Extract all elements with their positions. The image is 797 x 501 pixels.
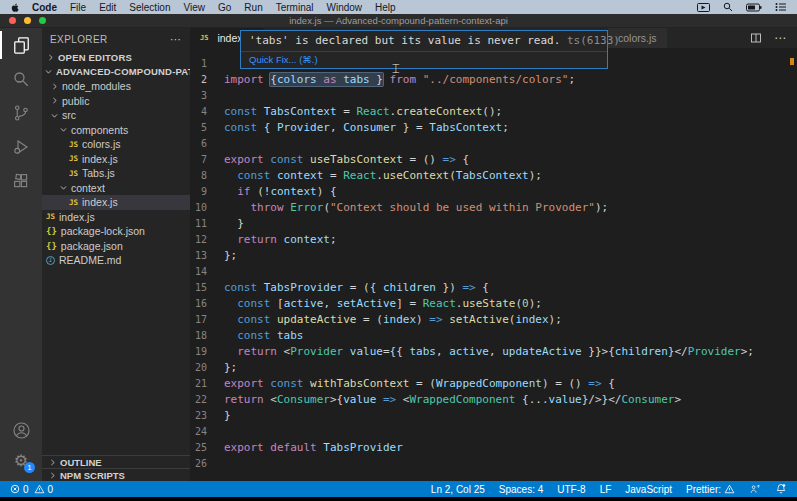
close-window-button[interactable] [9,17,16,24]
notifications-bell-icon[interactable] [775,483,787,495]
line-number: 25 [190,440,224,456]
code-line[interactable]: 25export default TabsProvider [190,440,797,456]
code-line[interactable]: 10 throw Error("Context should be used w… [190,200,797,216]
code-line[interactable]: 2import {colors as tabs } from "../compo… [190,72,797,88]
menu-item-run[interactable]: Run [244,2,262,13]
menu-item-selection[interactable]: Selection [129,2,170,13]
tree-item-package-json[interactable]: {}package.json [42,239,190,254]
code-line[interactable]: 24 [190,424,797,440]
tree-item-tabs-js[interactable]: JSTabs.js [42,166,190,181]
code-line[interactable]: 9 if (!context) { [190,184,797,200]
language-mode-status[interactable]: JavaScript [625,484,672,495]
js-file-icon: JS [46,212,55,221]
code-line[interactable]: 17 const updateActive = (index) => setAc… [190,312,797,328]
line-number: 5 [190,120,224,136]
editor-group: JS index.js colors.js ⋯ 12import {colors… [190,28,797,481]
menu-item-help[interactable]: Help [375,2,396,13]
code-line[interactable]: 8 const context = React.useContext(TabsC… [190,168,797,184]
sidebar-more-actions[interactable]: ⋯ [170,33,182,46]
tree-item-readme-md[interactable]: iREADME.md [42,253,190,268]
workspace-root[interactable]: ADVANCED-COMPOUND-PATTERN-C... [42,65,190,80]
errors-status[interactable]: 0 [10,484,29,495]
hover-tooltip: 'tabs' is declared but its value is neve… [240,30,608,69]
line-number: 9 [190,184,224,200]
eol-status[interactable]: LF [600,484,612,495]
code-line[interactable]: 22return <Consumer>{value => <WrappedCom… [190,392,797,408]
line-number: 14 [190,264,224,280]
extensions-icon[interactable] [0,164,42,198]
tree-item-node-modules[interactable]: node_modules [42,79,190,94]
warnings-status[interactable]: 0 [34,484,54,495]
code-line[interactable]: 18 const tabs [190,328,797,344]
line-number: 17 [190,312,224,328]
code-line[interactable]: 26 [190,456,797,472]
menu-item-view[interactable]: View [184,2,206,13]
code-line[interactable]: 6 [190,136,797,152]
explorer-icon[interactable] [0,28,42,62]
json-file-icon: {} [46,241,57,251]
minimize-window-button[interactable] [24,17,31,24]
menu-item-window[interactable]: Window [327,2,363,13]
line-number: 4 [190,104,224,120]
code-line[interactable]: 20}; [190,360,797,376]
open-editors-section[interactable]: OPEN EDITORS [42,50,190,65]
tree-item-index-js[interactable]: JSindex.js [42,195,190,210]
control-center-icon[interactable] [775,2,787,12]
line-number: 15 [190,280,224,296]
line-number: 1 [190,56,224,72]
code-line[interactable]: 4const TabsContext = React.createContext… [190,104,797,120]
code-line[interactable]: 5const { Provider, Consumer } = TabsCont… [190,120,797,136]
tree-item-context[interactable]: context [42,181,190,196]
menu-item-code[interactable]: Code [32,2,57,13]
split-editor-icon[interactable] [750,32,762,44]
zoom-window-button[interactable] [39,17,46,24]
code-line[interactable]: 15const TabsProvider = ({ children }) =>… [190,280,797,296]
code-line[interactable]: 12 return context; [190,232,797,248]
menu-item-terminal[interactable]: Terminal [276,2,314,13]
tree-item-src[interactable]: src [42,108,190,123]
window-titlebar[interactable]: index.js — Advanced-compound-pattern-con… [0,14,797,28]
menu-item-edit[interactable]: Edit [99,2,116,13]
search-icon[interactable] [0,62,42,96]
code-line[interactable]: 19 return <Provider value={{ tabs, activ… [190,344,797,360]
feedback-icon[interactable] [749,484,761,495]
tree-item-package-lock-json[interactable]: {}package-lock.json [42,224,190,239]
spotlight-search-icon[interactable] [723,2,733,12]
run-debug-icon[interactable] [0,130,42,164]
battery-icon[interactable] [746,3,762,12]
code-editor[interactable]: 12import {colors as tabs } from "../comp… [190,48,797,481]
js-file-icon: JS [69,140,78,149]
code-line[interactable]: 16 const [active, setActive] = React.use… [190,296,797,312]
line-number: 3 [190,88,224,104]
account-icon[interactable] [0,413,42,447]
menu-item-go[interactable]: Go [218,2,231,13]
source-control-icon[interactable] [0,96,42,130]
menu-item-file[interactable]: File [70,2,86,13]
tree-item-index-js[interactable]: JSindex.js [42,210,190,225]
quick-fix-link[interactable]: Quick Fix... (⌘.) [241,51,607,68]
indentation-status[interactable]: Spaces: 4 [499,484,543,495]
diagnostic-code: ts(6133) [567,34,620,47]
tree-item-colors-js[interactable]: JScolors.js [42,137,190,152]
outline-section[interactable]: OUTLINE [42,455,190,468]
npm-scripts-section[interactable]: NPM SCRIPTS [42,468,190,481]
code-line[interactable]: 13}; [190,248,797,264]
apple-menu-icon[interactable] [10,2,19,13]
encoding-status[interactable]: UTF-8 [557,484,585,495]
tree-item-index-js[interactable]: JSindex.js [42,152,190,167]
prettier-status[interactable]: Prettier: [686,484,735,495]
code-line[interactable]: 7export const useTabsContext = () => { [190,152,797,168]
cursor-position-status[interactable]: Ln 2, Col 25 [431,484,485,495]
code-line[interactable]: 14 [190,264,797,280]
tree-item-components[interactable]: components [42,123,190,138]
code-line[interactable]: 11 } [190,216,797,232]
settings-gear-icon[interactable]: ⚙ 1 [0,447,42,475]
screen-mirroring-icon[interactable] [697,3,710,12]
screen-edge [0,497,797,501]
tree-item-public[interactable]: public [42,94,190,109]
more-actions-icon[interactable]: ⋯ [774,31,787,45]
code-line[interactable]: 21export const withTabsContext = (Wrappe… [190,376,797,392]
mouse-ibeam-cursor: ⌶ [392,61,400,77]
code-line[interactable]: 23} [190,408,797,424]
code-line[interactable]: 3 [190,88,797,104]
